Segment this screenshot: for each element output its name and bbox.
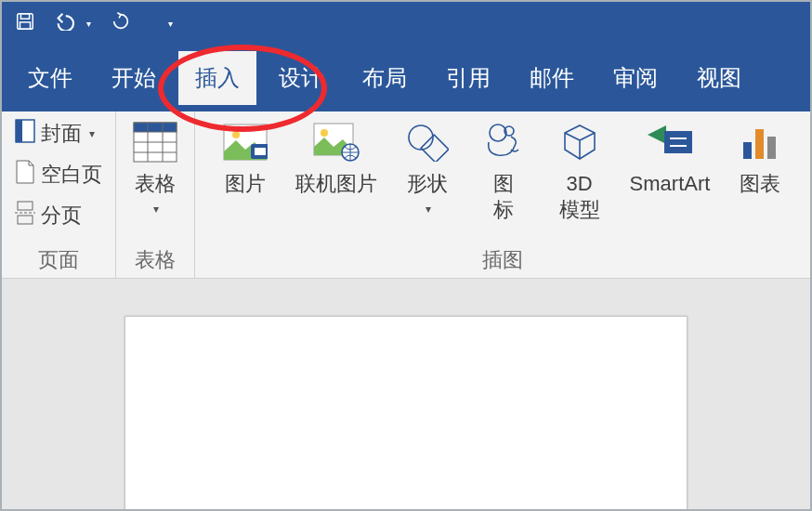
svg-rect-6 [18, 202, 33, 210]
page-break-icon [15, 201, 35, 230]
picture-button[interactable]: 图片 [216, 117, 275, 199]
tab-layout[interactable]: 布局 [346, 51, 424, 105]
chart-icon [737, 119, 783, 165]
page-break-label: 分页 [41, 202, 82, 229]
icons-button[interactable]: 图 标 [474, 117, 533, 224]
chart-label: 图表 [740, 171, 780, 197]
svg-point-24 [490, 124, 506, 141]
model3d-button[interactable]: 3D 模型 [550, 117, 609, 224]
svg-rect-31 [767, 137, 776, 159]
smartart-button[interactable]: SmartArt [626, 117, 714, 199]
undo-icon [54, 12, 80, 35]
smartart-icon [647, 119, 693, 165]
picture-icon [222, 119, 268, 165]
undo-button[interactable]: ▾ [54, 12, 91, 35]
shapes-icon [404, 119, 451, 165]
ribbon-tabs: 文件 开始 插入 设计 布局 引用 邮件 审阅 视图 [2, 45, 810, 111]
group-tables-label: 表格 [135, 246, 176, 274]
save-icon [15, 11, 35, 36]
group-tables: 表格 ▾ 表格 [116, 111, 195, 278]
tab-home[interactable]: 开始 [95, 51, 173, 105]
table-button[interactable]: 表格 ▾ [125, 117, 185, 217]
svg-point-22 [409, 125, 433, 150]
online-picture-label: 联机图片 [295, 171, 377, 197]
caret-down-icon: ▾ [426, 203, 431, 216]
cover-page-icon [15, 119, 35, 149]
icons-label: 图 标 [493, 171, 514, 222]
blank-page-button[interactable]: 空白页 [11, 158, 106, 191]
table-label: 表格 [135, 171, 176, 197]
tab-view[interactable]: 视图 [680, 51, 758, 105]
redo-icon [110, 11, 132, 36]
chart-button[interactable]: 图表 [730, 117, 790, 199]
svg-rect-1 [20, 13, 29, 19]
model3d-label: 3D 模型 [559, 171, 600, 222]
caret-down-icon: ▾ [168, 19, 173, 29]
svg-rect-2 [20, 21, 31, 28]
group-illustrations: 图片 联机图片 形状 ▾ 图 标 [195, 111, 810, 278]
model3d-icon [557, 119, 603, 165]
svg-rect-30 [755, 129, 764, 159]
svg-rect-18 [255, 148, 266, 155]
cover-page-button[interactable]: 封面 ▾ [11, 117, 98, 151]
cover-page-label: 封面 [41, 120, 82, 148]
tab-review[interactable]: 审阅 [596, 51, 674, 105]
document-area [2, 279, 810, 509]
tab-design[interactable]: 设计 [262, 51, 340, 105]
ribbon: 封面 ▾ 空白页 分页 页面 [2, 111, 810, 279]
svg-rect-29 [743, 142, 752, 159]
svg-rect-5 [16, 120, 22, 142]
group-pages-label: 页面 [38, 246, 79, 274]
shapes-label: 形状 [407, 171, 448, 197]
customize-qat-button[interactable]: ▾ [165, 19, 173, 29]
online-picture-button[interactable]: 联机图片 [292, 117, 381, 199]
caret-down-icon: ▾ [89, 127, 95, 140]
icons-icon [480, 119, 527, 165]
svg-point-16 [232, 131, 240, 138]
blank-page-label: 空白页 [41, 161, 102, 189]
group-pages: 封面 ▾ 空白页 分页 页面 [2, 111, 116, 278]
caret-down-icon: ▾ [86, 19, 91, 29]
save-button[interactable] [15, 11, 35, 36]
svg-rect-7 [18, 216, 33, 224]
quick-access-toolbar: ▾ ▾ [2, 2, 810, 45]
svg-point-20 [321, 129, 328, 137]
svg-rect-10 [134, 123, 177, 132]
tab-insert[interactable]: 插入 [178, 51, 256, 105]
blank-page-icon [15, 160, 35, 190]
redo-button[interactable] [110, 11, 132, 36]
caret-down-icon: ▾ [153, 203, 159, 216]
online-picture-icon [313, 119, 360, 165]
document-page[interactable] [124, 316, 688, 511]
group-illustrations-label: 插图 [482, 246, 523, 274]
tab-ref[interactable]: 引用 [429, 51, 507, 105]
smartart-label: SmartArt [630, 171, 711, 197]
picture-label: 图片 [225, 171, 266, 197]
table-icon [132, 119, 178, 165]
shapes-button[interactable]: 形状 ▾ [398, 117, 457, 217]
tab-file[interactable]: 文件 [11, 51, 89, 105]
tab-mail[interactable]: 邮件 [513, 51, 591, 105]
page-break-button[interactable]: 分页 [11, 199, 85, 232]
svg-rect-26 [664, 131, 692, 153]
